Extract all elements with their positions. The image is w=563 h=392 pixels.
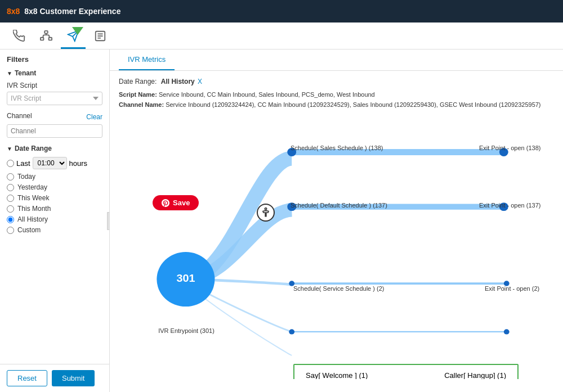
label-schedule-sales: Schedule( Sales Schedule ) (138) (291, 145, 383, 151)
radio-thismonth-input[interactable] (7, 205, 14, 213)
svg-rect-1 (41, 37, 44, 40)
allhistory-label: All History (17, 215, 48, 223)
last-hours-row: Last 01:00 hours (7, 157, 102, 169)
last-label: Last (16, 159, 30, 168)
thismonth-label: This Month (17, 205, 51, 213)
date-range-header[interactable]: ▼ Date Range (7, 145, 102, 152)
tenant-chevron: ▼ (7, 70, 12, 76)
svg-point-21 (265, 208, 266, 210)
content-area: IVR Metrics Date Range: All History X Sc… (110, 49, 563, 392)
today-label: Today (17, 173, 35, 181)
tenant-label: Tenant (15, 69, 36, 77)
app-logo: 8x8 8x8 Customer Experience (7, 7, 120, 16)
radio-allhistory: All History (7, 215, 102, 223)
date-range-value: All History (161, 78, 195, 85)
sidebar: Filters ▼ Tenant IVR Script IVR Script C… (0, 49, 110, 392)
label-say-welcome: Say[ Welcome ] (1) (306, 371, 368, 380)
script-name-label: Script Name: (119, 91, 157, 98)
nav-org[interactable] (34, 24, 59, 49)
label-exit-service: Exit Point - open (2) (485, 285, 539, 292)
accessibility-icon[interactable] (257, 204, 275, 222)
label-caller-hangup: Caller[ Hangup] (1) (444, 371, 506, 380)
label-schedule-default: Schedule( Default Schedule ) (137) (291, 202, 387, 209)
channel-clear[interactable]: Clear (86, 113, 102, 121)
tab-row: IVR Metrics (119, 49, 554, 70)
radio-yesterday-input[interactable] (7, 184, 14, 191)
date-range-clear[interactable]: X (198, 78, 202, 85)
script-name-value: Service Inbound, CC Main Inbound, Sales … (159, 91, 375, 98)
nav-bar (0, 22, 563, 49)
svg-point-20 (504, 329, 510, 334)
pinterest-pin-icon (162, 199, 169, 207)
date-range-bar: Date Range: All History X (119, 78, 554, 85)
thisweek-label: This Week (17, 194, 49, 202)
sidebar-footer: Reset Submit (0, 364, 109, 392)
channel-label: Channel (7, 112, 32, 120)
tenant-section[interactable]: ▼ Tenant (7, 69, 102, 77)
radio-today: Today (7, 173, 102, 181)
brand-8x8: 8x8 (7, 7, 20, 16)
date-range-chevron: ▼ (7, 146, 12, 152)
ivr-script-label: IVR Script (7, 82, 102, 89)
date-range-prefix: Date Range: (119, 78, 157, 85)
label-entrypoint: IVR Entrypoint (301) (153, 327, 220, 334)
reset-button[interactable]: Reset (7, 370, 47, 386)
nav-phone[interactable] (7, 24, 32, 49)
label-exit-sales: Exit Point - open (138) (479, 145, 540, 151)
radio-thisweek: This Week (7, 194, 102, 202)
radio-today-input[interactable] (7, 173, 14, 181)
channel-name-value: Service Inbound (12092324424), CC Main I… (166, 101, 540, 108)
sidebar-title: Filters (7, 55, 102, 64)
radio-custom-input[interactable] (7, 227, 14, 234)
content-header: IVR Metrics (110, 49, 563, 71)
nav-report[interactable] (88, 24, 113, 49)
label-exit-default: Exit Point - open (137) (479, 202, 540, 209)
label-schedule-service: Schedule( Service Schedule ) (2) (293, 285, 384, 292)
tab-ivr-metrics[interactable]: IVR Metrics (119, 49, 175, 70)
script-info: Script Name: Service Inbound, CC Main In… (119, 90, 554, 110)
nav-indicator (72, 27, 83, 35)
main-layout: Filters ▼ Tenant IVR Script IVR Script C… (0, 49, 563, 392)
top-nav: 8x8 8x8 Customer Experience (0, 0, 563, 22)
ivr-body: Date Range: All History X Script Name: S… (110, 71, 563, 392)
channel-input[interactable] (7, 124, 102, 138)
channel-name-label: Channel Name: (119, 101, 164, 108)
hours-select[interactable]: 01:00 (33, 157, 67, 169)
yesterday-label: Yesterday (17, 183, 47, 191)
radio-yesterday: Yesterday (7, 183, 102, 191)
svg-rect-2 (49, 37, 52, 40)
flow-svg: 301 (119, 116, 554, 379)
radio-last[interactable] (7, 160, 14, 167)
save-button-overlay[interactable]: Save (153, 195, 199, 210)
radio-allhistory-input[interactable] (7, 216, 14, 223)
highlight-box: Say[ Welcome ] (1) Caller[ Hangup] (1) (293, 364, 519, 379)
svg-rect-0 (44, 30, 48, 33)
custom-label: Custom (17, 226, 41, 234)
svg-text:301: 301 (176, 273, 195, 284)
ivr-script-select[interactable]: IVR Script (7, 92, 102, 105)
submit-button[interactable]: Submit (52, 370, 95, 386)
radio-thismonth: This Month (7, 205, 102, 213)
svg-point-19 (289, 329, 294, 334)
hours-label: hours (69, 159, 88, 168)
radio-custom: Custom (7, 226, 102, 234)
radio-thisweek-input[interactable] (7, 195, 14, 202)
brand-title: 8x8 Customer Experience (24, 7, 120, 16)
flow-area: 301 (119, 116, 554, 379)
channel-row: Channel Clear (7, 112, 102, 122)
save-label: Save (173, 199, 190, 207)
date-range-section: ▼ Date Range Last 01:00 hours Today Yest… (7, 145, 102, 237)
date-range-label: Date Range (15, 145, 52, 152)
